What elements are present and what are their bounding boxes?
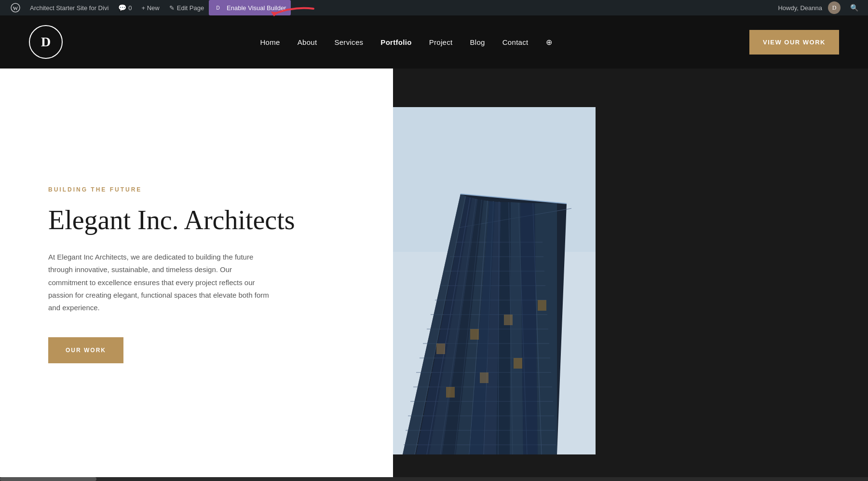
- svg-marker-42: [535, 203, 557, 454]
- edit-page-item[interactable]: ✎ Edit Page: [164, 0, 209, 15]
- site-name-item[interactable]: Architect Starter Site for Divi: [25, 0, 113, 15]
- hero-subtitle: BUILDING THE FUTURE: [48, 186, 345, 193]
- main-content: BUILDING THE FUTURE Elegant Inc. Archite…: [0, 69, 868, 481]
- new-label: + New: [142, 4, 160, 12]
- svg-rect-43: [446, 387, 455, 398]
- site-nav: Home About Services Portfolio Project Bl…: [63, 38, 749, 47]
- svg-text:W: W: [13, 5, 18, 11]
- hero-heading: Elegant Inc. Architects: [48, 205, 345, 235]
- building-svg: [393, 107, 596, 454]
- svg-rect-48: [504, 315, 513, 325]
- enable-visual-builder-item[interactable]: D Enable Visual Builder: [209, 0, 291, 15]
- svg-marker-41: [520, 203, 538, 454]
- divi-icon: D: [214, 3, 222, 12]
- header-cta-button[interactable]: VIEW OUR WORK: [749, 30, 839, 55]
- nav-search-icon[interactable]: ⊕: [546, 38, 552, 47]
- scrollbar-thumb[interactable]: [0, 477, 96, 481]
- nav-contact[interactable]: Contact: [502, 38, 529, 46]
- svg-rect-44: [480, 372, 488, 383]
- hero-content-right: [393, 69, 868, 481]
- wp-admin-bar: W Architect Starter Site for Divi 💬 0 + …: [0, 0, 868, 15]
- site-name-text: Architect Starter Site for Divi: [30, 4, 108, 12]
- site-header: D Home About Services Portfolio Project …: [0, 15, 868, 69]
- svg-rect-47: [470, 329, 479, 340]
- nav-project[interactable]: Project: [429, 38, 453, 46]
- wordpress-icon: W: [11, 3, 20, 13]
- howdy-text: Howdy, Deanna: [778, 4, 822, 12]
- nav-about[interactable]: About: [298, 38, 317, 46]
- comment-count: 0: [128, 4, 132, 12]
- admin-search-icon[interactable]: 🔍: [846, 4, 862, 12]
- hero-content-left: BUILDING THE FUTURE Elegant Inc. Archite…: [0, 69, 393, 481]
- hero-description: At Elegant Inc Architects, we are dedica…: [48, 251, 270, 314]
- scrollbar-area[interactable]: [0, 477, 868, 481]
- comments-item[interactable]: 💬 0: [113, 0, 136, 15]
- nav-portfolio[interactable]: Portfolio: [380, 38, 411, 46]
- svg-rect-49: [538, 300, 546, 311]
- nav-blog[interactable]: Blog: [470, 38, 485, 46]
- wp-logo-icon: W: [11, 3, 20, 13]
- site-wrapper: D Home About Services Portfolio Project …: [0, 15, 868, 481]
- comment-icon: 💬: [118, 4, 126, 12]
- new-item[interactable]: + New: [137, 0, 164, 15]
- edit-icon: ✎: [169, 4, 175, 12]
- wp-logo-item[interactable]: W: [6, 0, 25, 15]
- building-image: [393, 107, 596, 454]
- svg-rect-46: [436, 344, 445, 354]
- edit-page-label: Edit Page: [177, 4, 204, 12]
- logo-letter: D: [41, 34, 51, 50]
- our-work-button[interactable]: OUR WORK: [48, 337, 123, 363]
- user-avatar[interactable]: D: [828, 1, 841, 14]
- nav-home[interactable]: Home: [260, 38, 280, 46]
- svg-rect-45: [514, 358, 522, 369]
- nav-services[interactable]: Services: [334, 38, 363, 46]
- site-logo[interactable]: D: [29, 25, 63, 59]
- enable-vb-label: Enable Visual Builder: [227, 4, 286, 12]
